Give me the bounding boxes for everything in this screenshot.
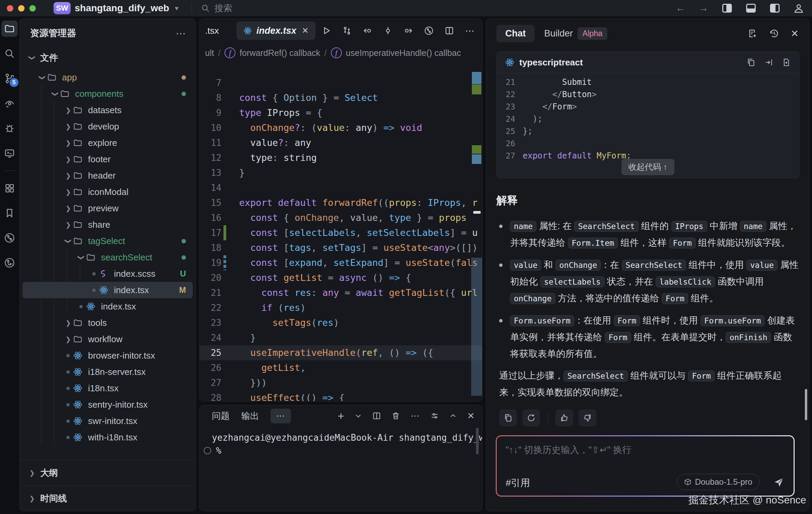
tree-item-index.scss[interactable]: index.scssU [23,266,193,282]
reference-button[interactable]: #引用 [506,477,530,489]
toggle-right-sidebar-icon[interactable] [770,3,780,13]
tab-chat[interactable]: Chat [496,25,535,42]
debug-icon[interactable] [1,120,18,136]
terminal-icon[interactable] [1,145,18,161]
outline-section-header[interactable]: ❯ 大纲 [20,460,195,485]
tree-item-i18n.tsx[interactable]: i18n.tsx [23,380,193,396]
split-terminal-icon[interactable] [372,411,381,420]
tree-item-header[interactable]: ❯header [23,167,193,184]
plugin-circle-icon[interactable] [1,230,18,246]
previous-change-icon[interactable] [363,26,372,35]
tree-item-datasets[interactable]: ❯datasets [23,102,193,118]
tree-item-index.tsx[interactable]: index.tsx [23,298,193,315]
navigate-back-icon[interactable]: ← [676,3,685,14]
tree-item-i18n-server.tsx[interactable]: i18n-server.tsx [23,364,193,380]
next-change-icon[interactable] [404,26,413,35]
zoom-window-button[interactable] [29,5,36,12]
tree-item-with-i18n.tsx[interactable]: with-i18n.tsx [23,429,193,445]
tree-item-swr-initor.tsx[interactable]: swr-initor.tsx [23,413,193,429]
assistant-scrollbar[interactable] [805,389,807,420]
tree-item-components[interactable]: ❯components [23,86,193,102]
model-selector[interactable]: Doubao-1.5-pro [677,474,759,490]
regenerate-icon[interactable] [522,409,540,426]
new-terminal-icon[interactable]: + [337,412,344,419]
tree-item-footer[interactable]: ❯footer [23,151,193,167]
toggle-bottom-panel-icon[interactable] [746,3,756,13]
collapse-code-button[interactable]: 收起代码 ↑ [622,159,675,175]
tree-item-app[interactable]: ❯app [23,69,193,86]
more-actions-icon[interactable]: ⋯ [410,411,420,421]
terminal-content[interactable]: yezhangcai@yezhangcaideMacBook-Air shang… [200,426,482,457]
explorer-icon[interactable] [1,20,18,37]
search-icon[interactable] [1,45,18,62]
tree-item-workflow[interactable]: ❯workflow [23,331,193,347]
tree-item-iconModal[interactable]: ❯iconModal [23,184,193,200]
editor-scrollbar[interactable] [471,258,482,396]
insert-code-icon[interactable] [764,58,773,67]
project-switcher[interactable]: SW shangtang_dify_web ▼ [54,2,180,14]
inline-code-chip: Form.Item [568,238,618,248]
copy-answer-icon[interactable] [499,409,517,426]
breadcrumb-item[interactable]: ult [205,48,214,58]
explorer-more-icon[interactable]: ⋯ [176,27,187,39]
terminal-scrollbar[interactable] [476,428,479,454]
panel-more-icon[interactable]: ⋯ [271,409,291,423]
tree-item-preview[interactable]: ❯preview [23,200,193,216]
code-line-22: 22 if (res) [200,300,482,315]
thumbs-up-icon[interactable] [555,409,573,426]
new-chat-icon[interactable] [747,28,757,39]
global-search[interactable]: 搜索 [201,2,232,14]
run-icon[interactable] [322,26,331,35]
split-editor-icon[interactable] [445,26,454,35]
tree-item-share[interactable]: ❯share [23,216,193,233]
tree-item-tagSelect[interactable]: ❯tagSelect [23,233,193,249]
assistant-code-block[interactable]: 21 Submit22 </Button>23 </Form>24 );25};… [497,73,799,162]
plugin-run-icon[interactable] [424,26,434,35]
tree-item-sentry-initor.tsx[interactable]: sentry-initor.tsx [23,396,193,413]
filter-settings-icon[interactable] [430,411,439,420]
tree-item-browser-initor.tsx[interactable]: browser-initor.tsx [23,347,193,364]
bookmark-icon[interactable] [1,205,18,221]
chevron-down-icon[interactable] [354,412,362,420]
code-line-18: 18 const [tags, setTags] = useState<any>… [200,240,482,255]
tree-item-searchSelect[interactable]: ❯searchSelect [23,249,193,266]
git-compare-icon[interactable] [342,26,352,35]
close-window-button[interactable] [7,5,13,12]
tab-output[interactable]: 输出 [241,410,259,422]
tree-item-explore[interactable]: ❯explore [23,135,193,151]
create-file-icon[interactable] [782,58,791,67]
source-control-icon[interactable]: 5 [1,70,18,87]
breadcrumb-item[interactable]: forwardRef() callback [240,48,320,58]
close-panel-icon[interactable]: ✕ [467,411,475,421]
extensions-icon[interactable] [1,180,18,196]
tree-item-tools[interactable]: ❯tools [23,315,193,331]
tab-builder[interactable]: Builder [544,28,573,39]
tab-index-tsx[interactable]: index.tsx ✕ [236,21,315,40]
eye-icon[interactable] [1,95,18,111]
plugin-branch-icon[interactable] [1,255,18,271]
chat-input[interactable]: "↑↓" 切换历史输入，"⇧↵" 换行 #引用 Doubao-1.5-pro [497,436,794,496]
account-avatar-icon[interactable] [794,3,804,13]
toggle-left-sidebar-icon[interactable] [722,3,732,13]
maximize-panel-icon[interactable] [449,412,457,420]
code-line-13: 13} [200,165,482,180]
tree-item-index.tsx[interactable]: index.tsxM [23,282,193,298]
breadcrumb-item[interactable]: useImperativeHandle() callbac [346,48,461,58]
trash-icon[interactable] [391,411,400,420]
breadcrumb[interactable]: ult/fforwardRef() callback/fuseImperativ… [200,43,482,63]
copy-icon[interactable] [746,58,755,67]
revert-change-icon[interactable] [383,26,393,35]
navigate-forward-icon[interactable]: → [699,3,708,14]
partial-tab[interactable]: .tsx [205,26,219,36]
timeline-section-header[interactable]: ❯ 时间线 [20,485,195,511]
thumbs-down-icon[interactable] [579,409,596,426]
code-editor[interactable]: 78const { Option } = Select9type IProps … [200,63,482,401]
close-tab-icon[interactable]: ✕ [302,26,309,35]
history-icon[interactable] [769,28,779,39]
close-icon[interactable]: ✕ [791,28,799,39]
minimize-window-button[interactable] [18,5,25,12]
tree-item-develop[interactable]: ❯develop [23,118,193,135]
tab-problems[interactable]: 问题 [212,410,230,422]
files-section-header[interactable]: ❯ 文件 [20,47,195,68]
send-icon[interactable] [773,477,785,488]
